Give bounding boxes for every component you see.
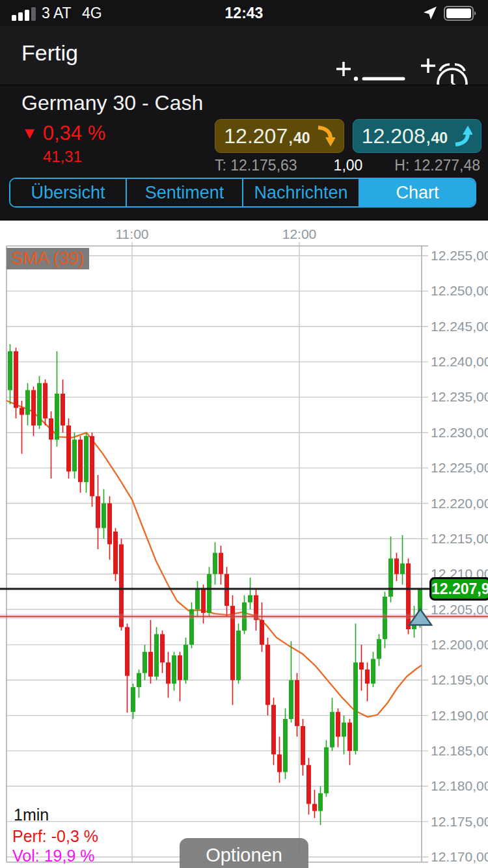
chart-options-button[interactable]: Optionen xyxy=(180,838,308,868)
change-percent: ▼0,34 % xyxy=(21,122,105,145)
tab-nachrichten[interactable]: Nachrichten xyxy=(243,179,360,206)
done-button[interactable]: Fertig xyxy=(21,40,78,66)
price-up-arrow-icon xyxy=(452,124,472,148)
tab-sentiment[interactable]: Sentiment xyxy=(127,179,243,206)
volatility-label: Vol: 19,9 % xyxy=(12,847,94,865)
day-low-value: T: 12.175,63 xyxy=(215,157,297,174)
instrument-header: Germany 30 - Cash ▼0,34 % 41,31 12.207,4… xyxy=(0,85,488,176)
svg-text:12.235,00: 12.235,00 xyxy=(431,389,488,404)
sell-price-button[interactable]: 12.207,40 xyxy=(215,119,344,153)
svg-text:12.250,00: 12.250,00 xyxy=(431,283,488,298)
svg-text:12.255,00: 12.255,00 xyxy=(431,248,488,263)
svg-text:12.230,00: 12.230,00 xyxy=(431,425,488,440)
svg-text:12.225,00: 12.225,00 xyxy=(431,460,488,475)
location-arrow-icon xyxy=(423,6,437,20)
spread-value: 1,00 xyxy=(318,157,379,174)
day-high-value: H: 12.277,48 xyxy=(394,157,480,174)
price-down-arrow-icon xyxy=(314,124,335,148)
svg-text:12.200,00: 12.200,00 xyxy=(431,637,488,652)
price-chart[interactable]: 12.255,0012.250,0012.245,0012.240,0012.2… xyxy=(0,221,488,868)
current-price-tag: 12.207,90 xyxy=(429,577,488,601)
svg-text:12:00: 12:00 xyxy=(282,226,317,241)
svg-text:12.170,00: 12.170,00 xyxy=(431,849,488,864)
tab-zone: Übersicht Sentiment Nachrichten Chart xyxy=(0,176,488,221)
buy-price-button[interactable]: 12.208,40 xyxy=(353,119,481,153)
tab-uebersicht[interactable]: Übersicht xyxy=(10,179,127,206)
svg-text:12.175,00: 12.175,00 xyxy=(431,814,488,829)
sma-indicator-legend: SMA (39) xyxy=(7,248,89,269)
trading-app-screen: 3 AT 4G 12:43 Fertig xyxy=(0,0,488,868)
plus-icon xyxy=(421,59,435,73)
svg-text:12.245,00: 12.245,00 xyxy=(431,319,488,334)
svg-text:12.215,00: 12.215,00 xyxy=(431,531,488,546)
instrument-name: Germany 30 - Cash xyxy=(21,91,203,115)
svg-text:11:00: 11:00 xyxy=(116,226,149,241)
svg-text:12.180,00: 12.180,00 xyxy=(431,778,488,793)
battery-icon xyxy=(444,6,478,21)
status-bar: 3 AT 4G 12:43 xyxy=(0,0,488,26)
tab-chart[interactable]: Chart xyxy=(360,179,475,206)
tab-group: Übersicht Sentiment Nachrichten Chart xyxy=(9,178,476,208)
svg-text:12.190,00: 12.190,00 xyxy=(431,708,488,723)
change-absolute: 41,31 xyxy=(43,148,82,166)
svg-text:12.185,00: 12.185,00 xyxy=(431,743,488,758)
candlestick-chart-canvas[interactable]: 12.255,0012.250,0012.245,0012.240,0012.2… xyxy=(0,224,488,868)
status-time: 12:43 xyxy=(0,5,488,22)
svg-text:12.195,00: 12.195,00 xyxy=(431,672,488,687)
svg-text:12.220,00: 12.220,00 xyxy=(431,496,488,511)
chart-interval-label: 1min xyxy=(14,806,49,824)
performance-label: Perf: -0,3 % xyxy=(12,827,98,846)
down-triangle-icon: ▼ xyxy=(21,124,38,142)
nav-bar: Fertig xyxy=(0,26,488,85)
plus-icon xyxy=(336,62,351,76)
svg-text:12.240,00: 12.240,00 xyxy=(431,354,488,369)
